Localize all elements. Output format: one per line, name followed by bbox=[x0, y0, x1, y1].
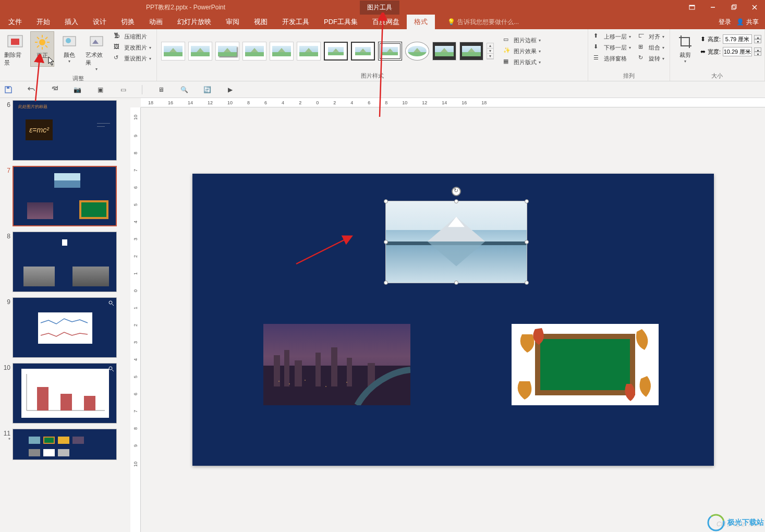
style-thumb-7[interactable] bbox=[324, 42, 348, 61]
tab-home[interactable]: 开始 bbox=[29, 15, 57, 29]
color-button[interactable]: 颜色 ▾ bbox=[57, 31, 81, 66]
style-thumb-12[interactable] bbox=[459, 42, 483, 61]
crop-button[interactable]: 裁剪 ▾ bbox=[673, 31, 697, 66]
style-thumb-5[interactable] bbox=[270, 42, 294, 61]
svg-line-14 bbox=[37, 37, 39, 39]
tab-insert[interactable]: 插入 bbox=[57, 15, 86, 29]
slide-thumbnails-panel[interactable]: 6 此处图片的标题 ε=mc² ———————— 7 8 9 bbox=[0, 98, 130, 532]
style-thumb-8[interactable] bbox=[351, 42, 375, 61]
group-adjust: 删除背景 更正 ▾ 颜色 ▾ 艺术效果 ▾ 🗜压缩图片 🖼更改图片▾ ↺重设图片… bbox=[0, 29, 157, 81]
svg-rect-36 bbox=[331, 347, 337, 386]
tab-developer[interactable]: 开发工具 bbox=[275, 15, 317, 29]
tab-review[interactable]: 审阅 bbox=[218, 15, 247, 29]
style-thumb-4[interactable] bbox=[242, 42, 266, 61]
qat-6-icon[interactable]: ▭ bbox=[119, 86, 127, 94]
minimize-icon[interactable] bbox=[702, 0, 723, 15]
gallery-scrollbar[interactable]: ▴▾▾ bbox=[487, 43, 494, 59]
svg-point-9 bbox=[39, 39, 45, 45]
selected-image-mountain[interactable] bbox=[385, 201, 527, 283]
tab-file[interactable]: 文件 bbox=[1, 15, 29, 29]
thumbnail-slide-7[interactable]: 7 bbox=[2, 166, 130, 226]
tab-animations[interactable]: 动画 bbox=[142, 15, 170, 29]
resize-handle-nw[interactable] bbox=[384, 199, 388, 203]
login-link[interactable]: 登录 bbox=[719, 18, 731, 27]
tab-baidu[interactable]: 百度网盘 bbox=[365, 15, 407, 29]
share-button[interactable]: 👤共享 bbox=[736, 18, 759, 27]
current-slide[interactable] bbox=[192, 174, 714, 466]
bring-forward-button[interactable]: ⬆上移一层▾ bbox=[591, 31, 633, 42]
border-icon: ▭ bbox=[503, 36, 512, 44]
rotate-handle[interactable] bbox=[452, 187, 461, 196]
qat-8-icon[interactable]: 🔍 bbox=[180, 86, 188, 94]
style-thumb-10[interactable] bbox=[405, 42, 429, 61]
height-spin-up[interactable]: ▴ bbox=[754, 35, 761, 39]
selection-pane-button[interactable]: ☰选择窗格 bbox=[591, 53, 633, 64]
style-thumb-11[interactable] bbox=[432, 42, 456, 61]
height-spin-down[interactable]: ▾ bbox=[754, 39, 761, 43]
rotate-button[interactable]: ↻旋转▾ bbox=[636, 53, 666, 64]
picture-border-button[interactable]: ▭图片边框▾ bbox=[501, 35, 543, 45]
height-input[interactable] bbox=[723, 34, 752, 44]
width-spin-down[interactable]: ▾ bbox=[754, 52, 761, 56]
artistic-effects-button[interactable]: 艺术效果 ▾ bbox=[84, 31, 108, 74]
redo-icon[interactable] bbox=[50, 86, 58, 94]
thumbnail-slide-10[interactable]: 10 bbox=[2, 363, 130, 424]
qat-7-icon[interactable]: 🖥 bbox=[157, 86, 165, 94]
close-icon[interactable] bbox=[744, 0, 765, 15]
change-picture-button[interactable]: 🖼更改图片▾ bbox=[112, 42, 153, 53]
resize-handle-sw[interactable] bbox=[384, 281, 388, 285]
resize-handle-ne[interactable] bbox=[525, 199, 529, 203]
align-button[interactable]: ⫍对齐▾ bbox=[636, 31, 666, 42]
undo-icon[interactable] bbox=[27, 86, 35, 94]
style-thumb-6[interactable] bbox=[297, 42, 321, 61]
tab-view[interactable]: 视图 bbox=[247, 15, 275, 29]
thumbnail-slide-6[interactable]: 6 此处图片的标题 ε=mc² ———————— bbox=[2, 100, 130, 161]
resize-handle-n[interactable] bbox=[454, 199, 458, 203]
style-thumb-2[interactable] bbox=[188, 42, 212, 61]
image-chalkboard[interactable] bbox=[512, 324, 659, 405]
resize-handle-se[interactable] bbox=[525, 281, 529, 285]
style-thumb-1[interactable] bbox=[161, 42, 185, 61]
qat-4-icon[interactable]: 📷 bbox=[73, 86, 81, 94]
send-backward-button[interactable]: ⬇下移一层▾ bbox=[591, 42, 633, 53]
compress-pictures-button[interactable]: 🗜压缩图片 bbox=[112, 31, 153, 42]
width-spin-up[interactable]: ▴ bbox=[754, 47, 761, 52]
picture-layout-button[interactable]: ▦图片版式▾ bbox=[501, 57, 543, 67]
thumbnail-slide-8[interactable]: 8 bbox=[2, 232, 130, 292]
artistic-icon bbox=[88, 33, 105, 50]
svg-rect-34 bbox=[295, 360, 302, 386]
work-area: 6 此处图片的标题 ε=mc² ———————— 7 8 9 bbox=[0, 98, 765, 532]
width-input[interactable] bbox=[723, 47, 752, 56]
vertical-ruler[interactable]: 10987654321012345678910 bbox=[130, 107, 141, 532]
picture-effects-button[interactable]: ✨图片效果▾ bbox=[501, 46, 543, 56]
resize-handle-e[interactable] bbox=[525, 240, 529, 244]
group-button[interactable]: ⊞组合▾ bbox=[636, 42, 666, 53]
tab-pdf[interactable]: PDF工具集 bbox=[317, 15, 365, 29]
style-thumb-9[interactable] bbox=[378, 42, 402, 61]
qat-5-icon[interactable]: ▣ bbox=[96, 86, 104, 94]
qat-10-icon[interactable]: ▶ bbox=[226, 86, 234, 94]
tab-format[interactable]: 格式 bbox=[407, 15, 435, 29]
resize-handle-s[interactable] bbox=[454, 281, 458, 285]
style-thumb-3[interactable] bbox=[215, 42, 239, 61]
reset-picture-button[interactable]: ↺重设图片▾ bbox=[112, 53, 153, 64]
resize-handle-w[interactable] bbox=[384, 240, 388, 244]
window-controls bbox=[682, 0, 765, 15]
context-tab-picture-tools[interactable]: 图片工具 bbox=[360, 1, 399, 15]
save-icon[interactable] bbox=[4, 86, 13, 94]
zoom-icon bbox=[108, 300, 114, 306]
restore-icon[interactable] bbox=[723, 0, 744, 15]
tell-me-search[interactable]: 💡 告诉我您想要做什么... bbox=[447, 18, 519, 27]
slide-canvas[interactable] bbox=[141, 107, 765, 532]
thumbnail-slide-9[interactable]: 9 bbox=[2, 297, 130, 358]
tab-slideshow[interactable]: 幻灯片放映 bbox=[170, 15, 218, 29]
picture-styles-gallery[interactable]: ▴▾▾ bbox=[160, 40, 495, 63]
tab-design[interactable]: 设计 bbox=[86, 15, 114, 29]
horizontal-ruler[interactable]: 18161412108642024681012141618 bbox=[141, 98, 765, 107]
tab-transitions[interactable]: 切换 bbox=[114, 15, 142, 29]
thumbnail-slide-11[interactable]: 11 bbox=[2, 429, 130, 460]
image-cityscape[interactable] bbox=[263, 324, 410, 405]
qat-9-icon[interactable]: 🔄 bbox=[203, 86, 211, 94]
remove-background-button[interactable]: 删除背景 bbox=[3, 31, 27, 69]
ribbon-display-options-icon[interactable] bbox=[682, 0, 702, 15]
